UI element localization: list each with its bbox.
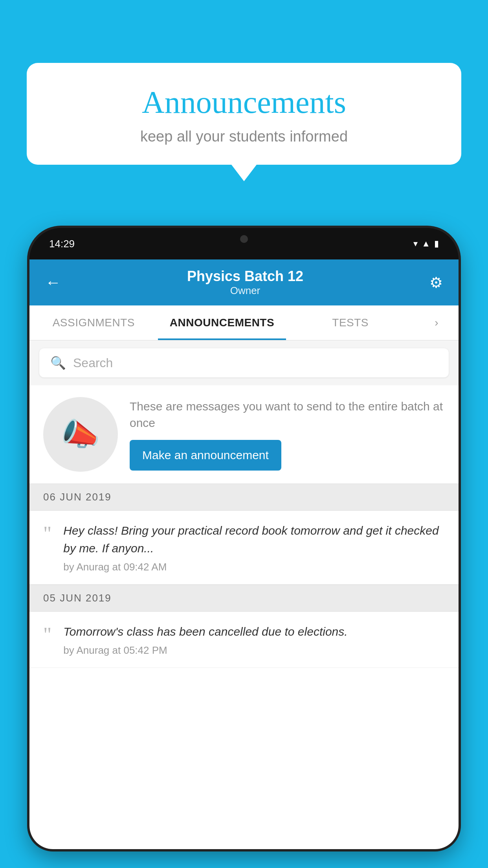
signal-icon: ▲	[422, 239, 430, 249]
announcement-item-2[interactable]: " Tomorrow's class has been cancelled du…	[29, 612, 459, 668]
make-announcement-button[interactable]: Make an announcement	[130, 440, 281, 471]
app-header: ← Physics Batch 12 Owner ⚙	[29, 259, 459, 305]
status-icons: ▾ ▲ ▮	[413, 239, 439, 249]
announcement-text-2: Tomorrow's class has been cancelled due …	[63, 623, 445, 640]
quote-icon-2: "	[43, 625, 51, 645]
speech-bubble: Announcements keep all your students inf…	[27, 63, 461, 165]
phone-container: 14:29 ▾ ▲ ▮ ← Physics Batch 12 Owner ⚙	[29, 228, 459, 868]
megaphone-icon: 📣	[61, 416, 100, 453]
quote-icon-1: "	[43, 524, 51, 544]
announcement-content-1: Hey class! Bring your practical record b…	[63, 522, 445, 573]
back-button[interactable]: ←	[45, 274, 61, 291]
announcement-meta-2: by Anurag at 05:42 PM	[63, 644, 445, 657]
front-camera	[240, 235, 248, 243]
speech-bubble-container: Announcements keep all your students inf…	[27, 63, 461, 181]
promo-description: These are messages you want to send to t…	[130, 398, 445, 431]
announcement-text-1: Hey class! Bring your practical record b…	[63, 522, 445, 557]
announcement-content-2: Tomorrow's class has been cancelled due …	[63, 623, 445, 657]
search-input[interactable]: Search	[73, 356, 113, 370]
status-bar: 14:29 ▾ ▲ ▮	[29, 228, 459, 259]
announcement-item-1[interactable]: " Hey class! Bring your practical record…	[29, 511, 459, 585]
date-separator-2: 05 JUN 2019	[29, 585, 459, 612]
promo-section: 📣 These are messages you want to send to…	[29, 385, 459, 484]
battery-icon: ▮	[434, 239, 439, 249]
tab-more[interactable]: ›	[415, 305, 459, 340]
status-time: 14:29	[49, 238, 75, 250]
tab-tests[interactable]: TESTS	[286, 305, 415, 340]
app-screen: ← Physics Batch 12 Owner ⚙ ASSIGNMENTS A…	[29, 259, 459, 849]
announcement-meta-1: by Anurag at 09:42 AM	[63, 561, 445, 573]
date-separator-1: 06 JUN 2019	[29, 484, 459, 511]
speech-bubble-arrow	[231, 165, 257, 181]
search-box[interactable]: 🔍 Search	[39, 348, 449, 377]
speech-bubble-title: Announcements	[50, 85, 438, 120]
search-icon: 🔍	[50, 355, 66, 370]
page-subtitle: Owner	[61, 285, 429, 297]
wifi-icon: ▾	[413, 239, 418, 249]
tabs-container: ASSIGNMENTS ANNOUNCEMENTS TESTS ›	[29, 305, 459, 340]
tab-announcements[interactable]: ANNOUNCEMENTS	[158, 305, 286, 340]
phone-notch	[213, 228, 275, 250]
settings-icon[interactable]: ⚙	[429, 274, 443, 291]
phone-frame: 14:29 ▾ ▲ ▮ ← Physics Batch 12 Owner ⚙	[29, 228, 459, 849]
speech-bubble-subtitle: keep all your students informed	[50, 128, 438, 145]
promo-right: These are messages you want to send to t…	[130, 398, 445, 471]
page-title: Physics Batch 12	[61, 268, 429, 285]
header-title-block: Physics Batch 12 Owner	[61, 268, 429, 297]
search-container: 🔍 Search	[29, 340, 459, 385]
tab-assignments[interactable]: ASSIGNMENTS	[29, 305, 158, 340]
announcement-icon-circle: 📣	[43, 397, 118, 472]
